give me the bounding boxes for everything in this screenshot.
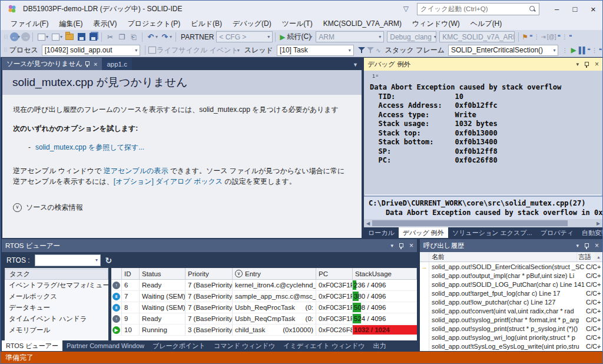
tool-window-tab[interactable]: ローカル — [364, 227, 399, 238]
close-button[interactable]: × — [584, 1, 602, 17]
chevron-down-icon[interactable]: ▾ — [237, 48, 240, 53]
new-window-icon[interactable] — [49, 31, 61, 43]
col-stackusage[interactable]: StackUsage — [353, 268, 417, 279]
scroll-right-icon[interactable]: ▶ — [594, 221, 602, 226]
menu-item[interactable]: ファイル(F) — [5, 17, 54, 30]
indent-icon[interactable]: ⇥ — [541, 34, 545, 40]
col-pc[interactable]: PC — [316, 268, 353, 279]
options-dialog-link[interactable]: [オプション] ダイアログ ボックス — [114, 177, 223, 186]
continue-label[interactable]: 続行(C) — [287, 32, 312, 42]
tool-window-tab[interactable]: 自動変数 — [578, 227, 603, 238]
scroll-down-icon[interactable]: ▼ — [597, 345, 601, 349]
menu-item[interactable]: デバッグ(D) — [227, 17, 277, 30]
source-search-expander[interactable]: ∨ ソースの検索情報 — [13, 202, 351, 213]
rtos-select[interactable]: TOPPERS_ASP3▾ — [35, 254, 101, 266]
tool-window-tab[interactable]: イミディエイト ウィンドウ — [279, 340, 369, 351]
rtos-viewer-header[interactable]: RTOS ビューアー ▾ × — [2, 239, 417, 252]
stackframe-combo[interactable]: SOLID_EnterCriticalSection()▾ — [448, 45, 558, 56]
rtos-category-item[interactable]: イベントフラグ/セマフォ/ミューテックス — [5, 280, 108, 291]
chevron-down-icon[interactable]: ▾ — [155, 34, 158, 39]
comment-icon[interactable]: ❝ — [558, 34, 561, 40]
task-row[interactable]: ‖ 8 Waiting (SEM) 7 (BasePriority:7) Usb… — [111, 302, 417, 313]
config-combo[interactable]: Debug_clang▾ — [387, 31, 436, 42]
new-file-icon[interactable] — [35, 31, 47, 43]
find-in-files-icon[interactable]: ⚑ — [522, 33, 528, 41]
task-row[interactable]: ↑ 9 Ready 7 (BasePriority:7) Usbh_ReqCmp… — [111, 313, 417, 325]
toolbar-grip[interactable]: ⁞⁞ — [4, 34, 8, 40]
redo-icon[interactable]: ↷ — [159, 31, 171, 43]
comment-icon[interactable]: ❝ — [569, 34, 572, 40]
pin-icon[interactable] — [584, 61, 589, 68]
menu-item[interactable]: ウィンドウ(W) — [407, 17, 465, 30]
paste-icon[interactable]: ⎗ — [128, 31, 140, 43]
at-mention-icon[interactable]: [@] — [547, 34, 556, 40]
close-icon[interactable]: × — [595, 60, 599, 68]
more-options-icon[interactable]: ⋮ — [534, 34, 539, 40]
pin-icon[interactable] — [399, 243, 404, 249]
window-position-icon[interactable]: ▾ — [576, 61, 579, 67]
toolbar-grip[interactable]: ⁞⁞ — [4, 47, 7, 53]
pin-icon[interactable] — [584, 243, 589, 249]
rtos-category-item[interactable]: タスク — [5, 269, 108, 280]
rtos-category-item[interactable]: メモリプール — [5, 325, 108, 336]
call-stack-row[interactable]: → solid_app.out!syslog_wri_log(uint prio… — [420, 333, 602, 342]
chevron-down-icon[interactable]: ▾ — [46, 34, 48, 39]
tool-window-tab[interactable]: デバッグ 例外 — [399, 227, 448, 238]
chevron-down-icon[interactable]: ▾ — [60, 34, 62, 39]
col-priority[interactable]: Priority — [185, 268, 233, 279]
call-stack-row[interactable]: → solid_app.out!low_putchar(char c) Line… — [420, 297, 602, 306]
run-icon[interactable]: ▶ — [571, 46, 576, 54]
menu-item[interactable]: KMC(SOLID_V7A_ARM) — [318, 17, 407, 30]
rtos-category-item[interactable]: メールボックス — [5, 291, 108, 302]
save-all-icon[interactable] — [87, 31, 99, 43]
task-row[interactable]: ▶ 10 Running 3 (BasePriority:3) child_ta… — [111, 325, 417, 336]
chevron-down-icon[interactable]: ▾ — [18, 34, 20, 39]
col-entry[interactable]: ∨Entry — [233, 268, 316, 279]
scrollbar-thumb[interactable] — [372, 220, 568, 226]
call-stack-row[interactable]: → solid_app.out!SOLID_EnterCriticalSecti… — [420, 262, 602, 271]
process-combo[interactable]: [10492] solid_app.out▾ — [42, 45, 141, 56]
more-options-icon[interactable]: ⋮ — [562, 47, 568, 54]
tool-window-tab[interactable]: ソリューション エクスプ... — [448, 227, 536, 238]
debug-exception-header[interactable]: デバッグ 例外 ▾ × — [364, 58, 602, 71]
window-position-icon[interactable]: ▾ — [390, 243, 393, 249]
tab-source-not-found[interactable]: ソースが見つかりません × — [2, 58, 102, 70]
tool-window-tab[interactable]: コマンド ウィンドウ — [210, 340, 279, 351]
col-id[interactable]: ID — [122, 268, 140, 279]
cfg-combo[interactable]: < CFG >▾ — [216, 31, 273, 42]
task-row[interactable]: ‖ 7 Waiting (SEM) 7 (BasePriority:7) sam… — [111, 291, 417, 302]
scroll-left-icon[interactable]: ◀ — [364, 221, 372, 226]
exception-location-text[interactable]: C:\DriveD\CURRENT_WORK\core\src\solid_mu… — [364, 196, 602, 219]
chevron-down-icon[interactable]: ▾ — [170, 34, 172, 39]
col-language[interactable]: 言語 — [577, 252, 595, 262]
tool-window-tab[interactable]: 出力 — [369, 340, 390, 351]
call-stack-row[interactable]: → solid_app.out!syslog_print(struct * p_… — [420, 325, 602, 333]
arch-combo[interactable]: ARM▾ — [316, 31, 384, 42]
call-stack-row[interactable]: → solid_app.out!target_fput_log(char c) … — [420, 289, 602, 297]
rtos-category-item[interactable]: データキュー — [5, 302, 108, 313]
filter-icon[interactable] — [357, 44, 366, 56]
minimize-button[interactable]: – — [548, 1, 566, 17]
tool-window-tab[interactable]: Partner Command Window — [62, 340, 148, 351]
call-stack-row[interactable]: → solid_app.out!output_impl(char * pBuf,… — [420, 271, 602, 280]
tab-app1c[interactable]: app1.c — [102, 58, 132, 70]
menu-item[interactable]: 編集(E) — [54, 17, 88, 30]
comment-icon[interactable]: ❝ — [599, 47, 602, 54]
call-stack-row[interactable]: → solid_app.out!convert(uint val,uint ra… — [420, 306, 602, 315]
tool-window-tab[interactable]: RTOS ビューアー — [2, 340, 62, 351]
pin-icon[interactable] — [85, 61, 90, 67]
call-stack-row[interactable]: → solid_app.out!syslog_printf(char * for… — [420, 316, 602, 325]
horizontal-scrollbar[interactable]: ◀ ▶ — [364, 219, 602, 227]
call-stack-row[interactable]: → solid_app.out!SOLID_LOG_PutChar(char c… — [420, 280, 602, 289]
lifecycle-events-icon[interactable] — [148, 44, 157, 56]
menu-item[interactable]: ヘルプ(H) — [465, 17, 508, 30]
menu-item[interactable]: ツール(T) — [277, 17, 318, 30]
lifecycle-label[interactable]: ライフサイクル イベント — [157, 45, 238, 55]
comment-icon[interactable]: ❝ — [587, 47, 590, 54]
more-options-icon[interactable]: ⋮ — [562, 34, 568, 40]
chevron-down-icon[interactable]: ▾ — [310, 34, 312, 39]
close-icon[interactable]: × — [595, 241, 599, 250]
tool-window-tab[interactable]: プロパティ — [536, 227, 578, 238]
col-status[interactable]: Status — [140, 268, 185, 279]
col-name[interactable]: 名前 — [429, 252, 577, 262]
